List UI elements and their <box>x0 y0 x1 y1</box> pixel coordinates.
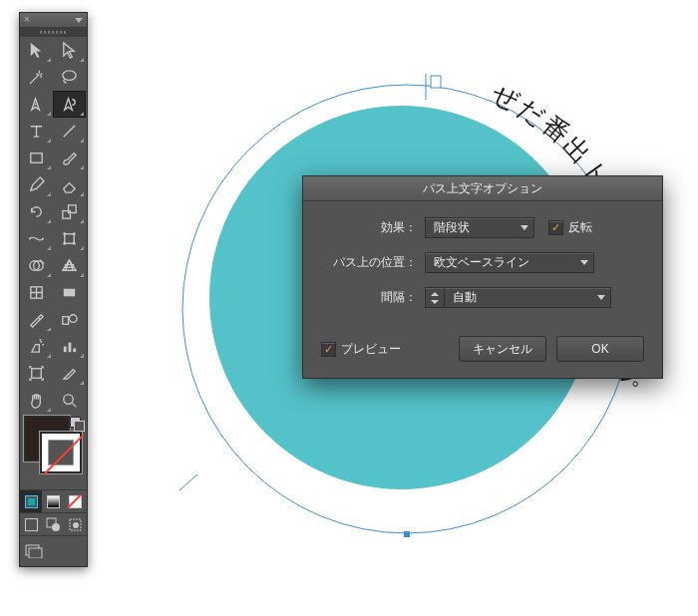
swap-fill-stroke-icon[interactable] <box>70 417 84 431</box>
fill-stroke-swatch[interactable] <box>20 414 87 489</box>
color-mode-row <box>20 489 87 512</box>
artboard-tool[interactable] <box>20 360 53 387</box>
blend-tool[interactable] <box>53 306 86 333</box>
tools-panel: × <box>19 12 88 567</box>
pencil-tool[interactable] <box>20 171 53 198</box>
svg-rect-3 <box>63 211 71 219</box>
svg-point-29 <box>73 522 79 528</box>
stroke-color-swatch[interactable] <box>40 432 82 473</box>
svg-rect-2 <box>31 154 42 163</box>
svg-rect-23 <box>73 348 76 352</box>
collapse-chevron-icon[interactable] <box>75 18 83 23</box>
gradient-tool[interactable] <box>53 279 86 306</box>
eraser-tool[interactable] <box>53 171 86 198</box>
spacing-dropdown[interactable]: 自動 <box>444 287 611 308</box>
svg-rect-24 <box>32 369 42 379</box>
type-on-path-options-dialog: パス上文字オプション 効果： 階段状 反転 パス上の位置： 欧文ベースライン 間… <box>302 175 663 379</box>
color-mode-gradient[interactable] <box>42 490 64 512</box>
selection-tool[interactable] <box>20 37 53 64</box>
color-mode-none[interactable] <box>64 490 86 512</box>
column-graph-tool[interactable] <box>53 333 86 360</box>
svg-point-1 <box>35 104 37 106</box>
tools-panel-grip[interactable] <box>20 27 87 37</box>
svg-point-8 <box>63 232 66 235</box>
type-tool[interactable] <box>20 118 53 145</box>
svg-point-5 <box>29 238 31 240</box>
symbol-sprayer-tool[interactable] <box>20 333 53 360</box>
flip-label: 反転 <box>568 219 592 236</box>
svg-point-19 <box>42 344 44 346</box>
magic-wand-tool[interactable] <box>20 64 53 91</box>
hand-tool[interactable] <box>20 387 53 414</box>
tool-grid <box>20 37 86 414</box>
eyedropper-tool[interactable] <box>20 306 53 333</box>
svg-rect-16 <box>63 317 69 325</box>
tools-panel-header[interactable]: × <box>20 13 87 27</box>
draw-normal[interactable] <box>20 513 42 535</box>
svg-point-20 <box>39 339 41 341</box>
svg-point-18 <box>40 341 42 343</box>
line-segment-tool[interactable] <box>53 118 86 145</box>
dialog-title: パス上文字オプション <box>303 176 662 201</box>
perspective-grid-tool[interactable] <box>53 252 86 279</box>
text-out-port[interactable] <box>431 76 441 88</box>
draw-behind[interactable] <box>42 513 64 535</box>
effect-label: 効果： <box>321 219 425 236</box>
chevron-down-icon <box>580 260 588 265</box>
color-mode-color[interactable] <box>20 490 42 512</box>
effect-dropdown[interactable]: 階段状 <box>425 217 534 238</box>
svg-point-27 <box>52 523 60 531</box>
slice-tool[interactable] <box>53 360 86 387</box>
pen-tool[interactable] <box>20 91 53 118</box>
free-transform-tool[interactable] <box>53 225 86 252</box>
paintbrush-tool[interactable] <box>53 145 86 171</box>
shape-builder-tool[interactable] <box>20 252 53 279</box>
chevron-down-icon <box>521 225 528 230</box>
change-screen-mode[interactable] <box>24 539 46 561</box>
svg-rect-15 <box>64 289 75 297</box>
draw-inside[interactable] <box>64 513 86 535</box>
align-label: パス上の位置： <box>321 254 425 271</box>
width-tool[interactable] <box>20 225 53 252</box>
screen-mode-row <box>20 535 87 566</box>
flip-checkbox[interactable] <box>548 220 563 235</box>
preview-label: プレビュー <box>341 341 401 358</box>
svg-point-17 <box>70 315 78 323</box>
svg-point-6 <box>42 238 44 240</box>
close-icon[interactable]: × <box>24 15 30 25</box>
svg-point-0 <box>63 71 76 81</box>
svg-rect-31 <box>29 548 42 558</box>
spacing-label: 間隔： <box>321 289 425 306</box>
anchor-point-bottom[interactable] <box>404 531 410 537</box>
svg-rect-7 <box>65 234 75 244</box>
svg-point-9 <box>73 232 76 235</box>
rotate-tool[interactable] <box>20 198 53 225</box>
zoom-tool[interactable] <box>53 387 86 414</box>
direct-selection-tool[interactable] <box>53 37 86 64</box>
mesh-tool[interactable] <box>20 279 53 306</box>
cancel-button[interactable]: キャンセル <box>459 336 546 362</box>
preview-checkbox[interactable] <box>321 342 336 357</box>
spacing-stepper[interactable] <box>425 287 445 308</box>
curvature-tool[interactable] <box>53 91 86 118</box>
draw-mode-row <box>20 512 87 535</box>
svg-rect-21 <box>64 347 67 353</box>
chevron-down-icon <box>597 295 605 300</box>
svg-point-10 <box>63 242 66 245</box>
path-endcap-line <box>179 474 197 490</box>
ok-button[interactable]: OK <box>556 336 644 362</box>
svg-rect-22 <box>69 343 72 353</box>
svg-rect-4 <box>69 205 77 213</box>
scale-tool[interactable] <box>53 198 86 225</box>
svg-point-11 <box>73 242 76 245</box>
rectangle-tool[interactable] <box>20 145 53 171</box>
svg-point-25 <box>64 395 74 405</box>
lasso-tool[interactable] <box>53 64 86 91</box>
align-dropdown[interactable]: 欧文ベースライン <box>425 252 594 273</box>
